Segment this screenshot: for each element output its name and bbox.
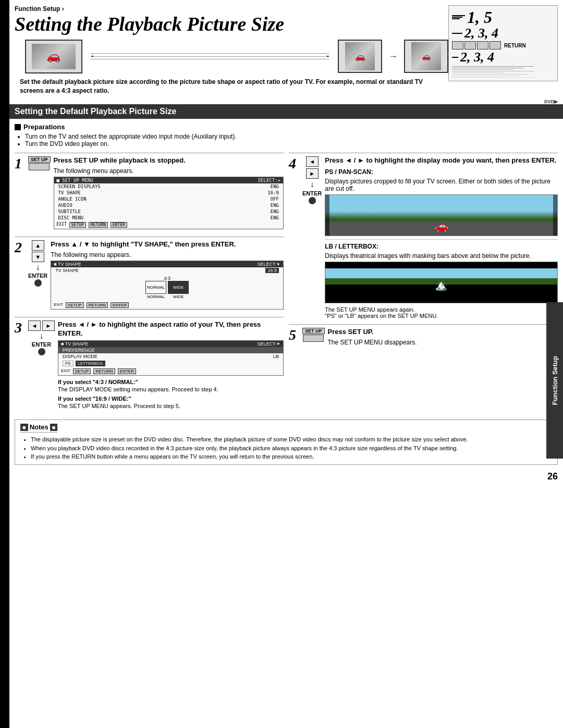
dotted-line-top [91, 53, 329, 54]
ps-image: 🚗 [325, 194, 558, 236]
sidebar-label: Function Setup [551, 356, 559, 405]
step-3-select2-body: The SET UP MENU appears. Proceed to step… [58, 403, 284, 409]
notes-bullet-1: The displayable picture size is preset o… [31, 435, 552, 444]
tv-normal-center: 🚗 [338, 40, 382, 73]
lb-title: LB / LETTERBOX: [325, 243, 558, 250]
step-3-number: 3 [15, 320, 25, 335]
prep-bullet-1: Turn on the TV and select the appropriat… [25, 133, 558, 140]
step-3-select1: If you select "4:3 / NORMAL:" [58, 379, 284, 385]
after-text-2: "PS" or "LB" appears on the SET UP MENU. [325, 313, 558, 319]
remote-btn-2 [464, 41, 476, 50]
step-1-number: 1 [15, 156, 25, 171]
step-3-select1-body: The DISPLAY MODE setting menu appears. P… [58, 386, 284, 392]
step-4-number: 4 [289, 156, 299, 171]
notes-bullet-3: If you press the RETURN button while a m… [31, 452, 552, 461]
arrow-up-icon: ▲ [32, 240, 44, 251]
step-2-number: 2 [15, 240, 25, 255]
return-label: RETURN [504, 43, 526, 48]
prep-bullet-2: Turn the DVD video player on. [25, 140, 558, 147]
step-1-text: Press SET UP while playback is stopped. [54, 156, 284, 165]
step-3-text: Press ◄ / ► to highlight the aspect rati… [58, 320, 284, 338]
lb-image: 🏔️ [325, 262, 558, 303]
dvd-badge: DVD▶ [9, 99, 563, 104]
function-setup-label: Function Setup [15, 5, 448, 13]
step-2-text: Press ▲ / ▼ to highlight "TV SHAPE," the… [51, 240, 284, 249]
page-title: Setting the Playback Picture Size [15, 14, 448, 35]
remote-btn-3 [477, 41, 488, 50]
function-setup-sidebar: Function Setup [546, 302, 563, 459]
step-1-setup-button: SET UP [28, 156, 51, 170]
black-square-icon [15, 124, 21, 130]
remote-btn-4 [489, 41, 501, 50]
step4-arrow-right: ► [306, 168, 319, 179]
tv-diagrams: 🚗 🚗 → [15, 40, 448, 73]
step-2-subtext: The following menu appears. [51, 251, 284, 258]
after-text-1: The SET UP MENU appears again. [325, 306, 558, 313]
section-header: Setting the Default Playback Picture Siz… [9, 104, 563, 119]
remote-number-2: 2, 3, 4 [464, 27, 498, 40]
preparations-list: Turn on the TV and select the appropriat… [25, 133, 558, 147]
lb-body: Displays theatrical images with masking … [325, 252, 558, 260]
step-2-container: 2 ▲ ▼ ↓ ENTER Press ▲ / ▼ to highlight "… [15, 237, 284, 312]
step-5-container: 5 SET UP Press SET UP. The SET UP MENU d… [289, 324, 558, 346]
step-1-menu: ■ SET UP MENU SELECT:✦ SCREEN DISPLAYSEN… [54, 177, 284, 229]
step-3-menu: ■ TV SHAPE SELECT:✦ PREFERENCE DISPLAY M… [58, 340, 284, 376]
ps-body: Displays pictures cropped to fill your T… [325, 178, 558, 192]
step-4-buttons: ◄ ► ↓ ENTER [302, 156, 322, 204]
step-3-select2: If you select "16:9 / WIDE:" [58, 396, 284, 402]
remote-btn-1 [452, 41, 463, 50]
subtitle-text: Set the default playback picture size ac… [20, 78, 443, 95]
dotted-line-bottom [91, 59, 329, 59]
step-2-menu: ■ TV SHAPE SELECT:✦ TV SHAPE 16:9 4:3 [51, 261, 284, 310]
left-bar [0, 0, 9, 728]
step-5-setup-button: SET UP [302, 328, 325, 342]
notes-section: ■ Notes ■ The displayable picture size i… [15, 419, 558, 465]
ps-title: PS / PAN-SCAN: [325, 168, 558, 176]
arrow-right-icon: ► [42, 320, 55, 331]
step-5-text: Press SET UP. [328, 328, 558, 337]
remote-number-3: 2, 3, 4 [460, 51, 494, 64]
notes-bullet-2: When you playback DVD video discs record… [31, 444, 552, 453]
tv-wide-left: 🚗 [25, 40, 82, 73]
remote-diagram: 1, 5 2, 3, 4 RETURN [448, 5, 558, 81]
step-3-buttons: ◄ ► ↓ ENTER [28, 320, 55, 355]
step-3-container: 3 ◄ ► ↓ ENTER Press ◄ / ► to highl [15, 317, 284, 410]
notes-list: The displayable picture size is preset o… [31, 435, 552, 461]
step-4-text: Press ◄ / ► to highlight the display mod… [325, 156, 558, 165]
remote-number-1: 1, 5 [467, 9, 492, 26]
step-2-buttons: ▲ ▼ ↓ ENTER [28, 240, 47, 287]
arrow-left-icon: ◄ [28, 320, 41, 331]
notes-title: ■ Notes ■ [20, 423, 57, 433]
step-1-container: 1 SET UP Press SET UP while playback is … [15, 153, 284, 231]
step-4-container: 4 ◄ ► ↓ ENTER Press ◄ / ► to highlight t… [289, 153, 558, 319]
preparations-title: Preparations [15, 123, 558, 131]
arrow-down-icon: ▼ [32, 252, 44, 262]
step4-arrow-left: ◄ [306, 156, 319, 167]
step-1-subtext: The following menu appears. [54, 167, 284, 175]
tv-normal-right: 🚗 [404, 40, 448, 73]
step-5-number: 5 [289, 328, 299, 342]
step-5-subtext: The SET UP MENU disappears. [328, 339, 558, 346]
page-number: 26 [9, 469, 563, 484]
